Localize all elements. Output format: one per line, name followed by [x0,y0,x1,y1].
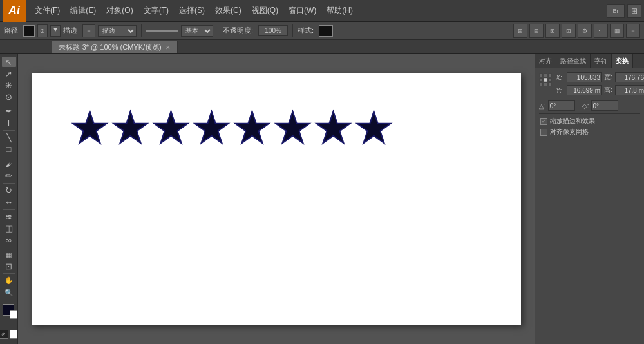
stars-row: ★ ★ ★ ★ ★ ★ ★ ★ [70,106,393,149]
height-input[interactable] [615,85,644,95]
style-swatch[interactable] [319,25,333,37]
column-chart-tool-btn[interactable]: ▦ [2,249,16,260]
y-label: Y: [556,87,565,94]
separator3 [292,24,293,37]
opacity-input[interactable] [258,25,288,36]
tab-character[interactable]: 字符 [591,54,612,68]
tool-sep-5 [3,209,15,210]
gradient-tool-btn[interactable]: ◫ [2,223,16,233]
arrange-btn[interactable]: ⊞ [627,4,641,18]
grid-view-icon[interactable]: ⊡ [562,24,576,38]
tool-sep-6 [3,247,15,247]
stroke-style-select2[interactable]: 基本 [181,25,213,37]
warp-tool-btn[interactable]: ≋ [2,211,16,222]
star-8[interactable]: ★ [354,106,393,149]
tab-align[interactable]: 对齐 [535,54,556,68]
paintbrush-tool-btn[interactable]: 🖌 [2,159,16,169]
star-6[interactable]: ★ [273,106,312,149]
line-tool-btn[interactable]: ╲ [2,133,16,143]
tab-close-btn[interactable]: ✕ [166,44,171,51]
stroke-options-btn[interactable]: ≡ [82,24,95,37]
none-icon[interactable]: ⊘ [0,330,8,339]
fill-type-btn[interactable]: ⊙ [37,24,48,37]
align-pixel-checkbox[interactable] [540,129,547,136]
panel-divider [539,113,640,114]
menu-help[interactable]: 帮助(H) [321,0,358,22]
x-label: X: [556,74,565,81]
tab-title: 未标题-3* @ 100% (CMYK/预览) [59,43,162,52]
extra-icon[interactable]: ≡ [626,24,640,38]
artboard-tool-btn[interactable]: ⊡ [2,261,16,271]
y-row: Y: 高: [556,85,644,95]
stroke-label: 描边 [63,26,77,35]
zoom-tool-btn[interactable]: 🔍 [2,287,16,298]
stroke-preview [146,30,178,32]
blend-tool-btn[interactable]: ∞ [2,234,16,245]
mirror-tool-btn[interactable]: ↔ [2,196,16,207]
selection-tool-btn[interactable]: ↖ [2,57,16,67]
right-panel: 对齐 路径查找 字符 变换 [535,54,644,344]
menu-edit[interactable]: 编辑(E) [65,0,101,22]
text-tool-btn[interactable]: T [2,118,16,128]
height-label: 高: [604,86,613,95]
separator1 [141,24,142,37]
stroke-dropdown[interactable]: ▼ [50,25,61,37]
fill-swatch[interactable] [23,25,35,37]
settings-icon[interactable]: ⚙ [578,24,592,38]
panel-icon[interactable]: ▦ [610,24,624,38]
y-input[interactable] [567,85,602,95]
opacity-label: 不透明度: [223,26,253,35]
x-input[interactable] [567,72,602,82]
menu-view[interactable]: 视图(Q) [247,0,283,22]
align-pixel-label: 对齐像素网格 [550,128,589,137]
angle2-label: ◇: [582,102,589,110]
shape-tool-btn[interactable]: □ [2,144,16,155]
stroke-style-select[interactable]: 描边 [98,25,137,37]
toolbar-right: ⊞ ⊟ ⊠ ⊡ ⚙ ⋯ ▦ ≡ [513,24,640,38]
x-row: X: 宽: [556,72,644,82]
tool-sep-1 [3,104,15,104]
align-left-icon[interactable]: ⊞ [513,24,527,38]
angle2-input[interactable] [591,100,618,111]
star-1[interactable]: ★ [70,106,109,149]
options-bar: 路径 ⊙ ▼ 描边 ≡ 描边 基本 不透明度: 样式: ⊞ ⊟ ⊠ ⊡ ⚙ ⋯ … [0,22,644,40]
canvas-area: ★ ★ ★ ★ ★ ★ ★ ★ [18,54,535,344]
rotate-tool-btn[interactable]: ↻ [2,185,16,195]
menu-type[interactable]: 文字(T) [138,0,174,22]
star-4[interactable]: ★ [192,106,231,149]
angle1-input[interactable] [548,100,575,111]
pen-tool-btn[interactable]: ✒ [2,106,16,117]
menu-file[interactable]: 文件(F) [30,0,65,22]
star-3[interactable]: ★ [151,106,191,149]
star-7[interactable]: ★ [314,106,353,149]
tab-pathfinder[interactable]: 路径查找 [556,54,591,68]
align-center-icon[interactable]: ⊟ [529,24,544,38]
default-colors-icon[interactable] [10,330,19,339]
ai-logo: Ai [3,0,26,22]
lasso-tool-btn[interactable]: ⊙ [2,91,16,102]
color-swatches-area [0,301,18,320]
artboard: ★ ★ ★ ★ ★ ★ ★ ★ [32,73,521,325]
width-input[interactable] [615,72,644,82]
align-right-icon[interactable]: ⊠ [545,24,560,38]
tab-transform[interactable]: 变换 [612,54,633,68]
direct-selection-tool-btn[interactable]: ↗ [2,68,16,79]
menu-select[interactable]: 选择(S) [174,0,210,22]
menu-effect[interactable]: 效果(C) [210,0,247,22]
pencil-tool-btn[interactable]: ✏ [2,171,16,181]
bridge-btn[interactable]: Br [607,4,625,18]
angle-row-1: △: ◇: [539,100,640,111]
tab-bar: 未标题-3* @ 100% (CMYK/预览) ✕ [0,40,644,54]
tool-sep-2 [3,130,15,131]
document-tab[interactable]: 未标题-3* @ 100% (CMYK/预览) ✕ [52,41,178,53]
menu-window[interactable]: 窗口(W) [283,0,321,22]
scale-strokes-checkbox[interactable]: ✓ [540,118,547,125]
tool-sep-7 [3,273,15,274]
menu-object[interactable]: 对象(O) [101,0,138,22]
star-5[interactable]: ★ [232,106,272,149]
magic-wand-tool-btn[interactable]: ✳ [2,80,16,90]
more-icon[interactable]: ⋯ [594,24,608,38]
star-2[interactable]: ★ [111,106,150,149]
hand-tool-btn[interactable]: ✋ [2,276,16,286]
checkbox-pixel-row: 对齐像素网格 [539,128,640,137]
